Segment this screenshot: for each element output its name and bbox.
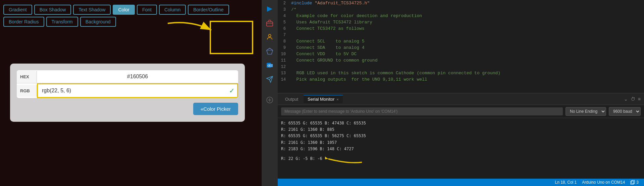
status-position[interactable]: Ln 18, Col 1 bbox=[555, 180, 577, 185]
code-line: 4 Example code for color deection and re… bbox=[278, 13, 644, 19]
panel-action-collapse[interactable]: ⌄ bbox=[624, 96, 628, 102]
serial-output: R: 65535 G: 65535 B: 47438 C: 65535 R: 2… bbox=[278, 118, 644, 179]
code-line: 6 Connect TCS3472 as follows bbox=[278, 25, 644, 32]
color-picker-popup: HEX RGB ✓ «Color Picker bbox=[10, 64, 245, 122]
code-line: 13 RGB LED used in this sketch is common… bbox=[278, 70, 644, 76]
color-picker-button[interactable]: «Color Picker bbox=[193, 103, 238, 115]
rgb-input[interactable] bbox=[37, 83, 238, 98]
svg-point-4 bbox=[268, 34, 271, 37]
tab-serial-monitor[interactable]: Serial Monitor × bbox=[304, 95, 343, 103]
serial-input-row: No Line Ending 9600 baud bbox=[278, 105, 644, 118]
serial-monitor-panel: No Line Ending 9600 baud R: 65535 G: 655… bbox=[278, 105, 644, 179]
btn-border-radius[interactable]: Border Radius bbox=[3, 17, 44, 27]
sidebar-icon-send[interactable] bbox=[263, 73, 276, 86]
hex-input[interactable] bbox=[37, 70, 238, 83]
sidebar-icon-toolbox[interactable] bbox=[263, 17, 276, 29]
tab-output[interactable]: Output bbox=[281, 95, 302, 103]
serial-line: R: 65535 G: 65535 B: 47438 C: 65535 bbox=[281, 120, 641, 126]
sidebar-icons: O bbox=[262, 0, 278, 186]
code-line: 11 Connect GROUND to common ground bbox=[278, 57, 644, 64]
code-line: 12 bbox=[278, 64, 644, 70]
code-editor[interactable]: 2 #include "Adafruit_TCS34725.h" 3 /* 4 … bbox=[278, 0, 644, 93]
left-panel: Gradient Box Shadow Text Shadow Color Fo… bbox=[0, 0, 262, 186]
btn-transform[interactable]: Transform bbox=[46, 17, 78, 27]
code-line: 9 Connect SDA to analog 4 bbox=[278, 44, 644, 51]
panel-tabs: Output Serial Monitor × ⌄ ⏱ ≡ bbox=[278, 93, 644, 105]
svg-marker-5 bbox=[267, 48, 273, 54]
sidebar-icon-add[interactable] bbox=[263, 94, 276, 106]
bottom-panel: Output Serial Monitor × ⌄ ⏱ ≡ No Line En… bbox=[278, 93, 644, 179]
btn-color[interactable]: Color bbox=[113, 5, 135, 15]
serial-line: R: 2161 G: 1360 B: 885 bbox=[281, 126, 641, 133]
color-picker-footer: «Color Picker bbox=[17, 103, 238, 115]
btn-gradient[interactable]: Gradient bbox=[3, 5, 32, 15]
status-board[interactable]: Arduino Uno on COM14 bbox=[582, 180, 625, 185]
checkmark-icon: ✓ bbox=[229, 87, 235, 95]
editor-area: 2 #include "Adafruit_TCS34725.h" 3 /* 4 … bbox=[278, 0, 644, 186]
code-line: 10 Connect VDD to 5V DC bbox=[278, 51, 644, 57]
status-files[interactable]: 3 bbox=[630, 180, 639, 185]
serial-line: R: 2183 G: 1596 B: 148 C: 4727 bbox=[281, 146, 641, 152]
serial-message-input[interactable] bbox=[281, 107, 563, 115]
files-icon bbox=[630, 180, 635, 185]
code-line: 2 #include "Adafruit_TCS34725.h" bbox=[278, 0, 644, 6]
code-line: 14 Pick analog outputs for the UNO 9,10,… bbox=[278, 76, 644, 83]
rgb-row: RGB ✓ bbox=[17, 83, 238, 98]
btn-text-shadow[interactable]: Text Shadow bbox=[73, 5, 111, 15]
status-bar: Ln 18, Col 1 Arduino Uno on COM14 3 bbox=[278, 179, 644, 186]
panel-action-menu[interactable]: ≡ bbox=[638, 96, 641, 102]
hex-row: HEX bbox=[17, 70, 238, 83]
btn-font[interactable]: Font bbox=[137, 5, 157, 15]
annotation-yellow-box bbox=[210, 21, 253, 54]
btn-background[interactable]: Background bbox=[80, 17, 116, 27]
sidebar-icon-person[interactable] bbox=[263, 31, 276, 43]
right-panel: O 2 #include "Adafruit_TCS34725.h" bbox=[262, 0, 644, 186]
serial-monitor-label: Serial Monitor bbox=[308, 97, 334, 102]
btn-box-shadow[interactable]: Box Shadow bbox=[34, 5, 71, 15]
tab-close-icon[interactable]: × bbox=[336, 97, 338, 101]
panel-actions: ⌄ ⏱ ≡ bbox=[624, 96, 641, 102]
files-count: 3 bbox=[636, 180, 639, 185]
code-line: 5 Uses Adafruit TCS3472 library bbox=[278, 19, 644, 25]
sidebar-icon-gem[interactable] bbox=[263, 45, 276, 58]
svg-text:O: O bbox=[268, 64, 270, 67]
panel-action-clock[interactable]: ⏱ bbox=[631, 96, 635, 102]
svg-marker-1 bbox=[267, 6, 272, 12]
serial-line: R: 2161 G: 1360 B: 1057 bbox=[281, 140, 641, 146]
baud-rate-select[interactable]: 9600 baud bbox=[609, 107, 641, 116]
sidebar-icon-arduino[interactable] bbox=[263, 3, 276, 15]
rgb-label: RGB bbox=[17, 85, 37, 97]
serial-line-last: R: 22 G: -5 B: -6 bbox=[281, 152, 641, 166]
serial-line: R: 65535 G: 65535 B: 56275 C: 65535 bbox=[281, 133, 641, 139]
code-line: 3 /* bbox=[278, 6, 644, 13]
btn-column[interactable]: Column bbox=[159, 5, 186, 15]
rgb-value-wrapper: ✓ bbox=[37, 83, 238, 98]
btn-border-outline[interactable]: Border/Outline bbox=[188, 5, 229, 15]
code-line: 8 Connect SCL to analog 5 bbox=[278, 38, 644, 44]
color-picker-inner: HEX RGB ✓ bbox=[17, 70, 238, 98]
code-line: 7 bbox=[278, 32, 644, 38]
annotation-arrow-serial bbox=[325, 152, 365, 166]
svg-rect-2 bbox=[267, 22, 273, 26]
status-bar-right: Ln 18, Col 1 Arduino Uno on COM14 3 bbox=[555, 180, 639, 185]
line-ending-select[interactable]: No Line Ending bbox=[566, 107, 606, 116]
toolbar-row1: Gradient Box Shadow Text Shadow Color Fo… bbox=[3, 0, 258, 17]
hex-label: HEX bbox=[17, 71, 37, 83]
sidebar-icon-outlook[interactable]: O bbox=[263, 59, 276, 72]
